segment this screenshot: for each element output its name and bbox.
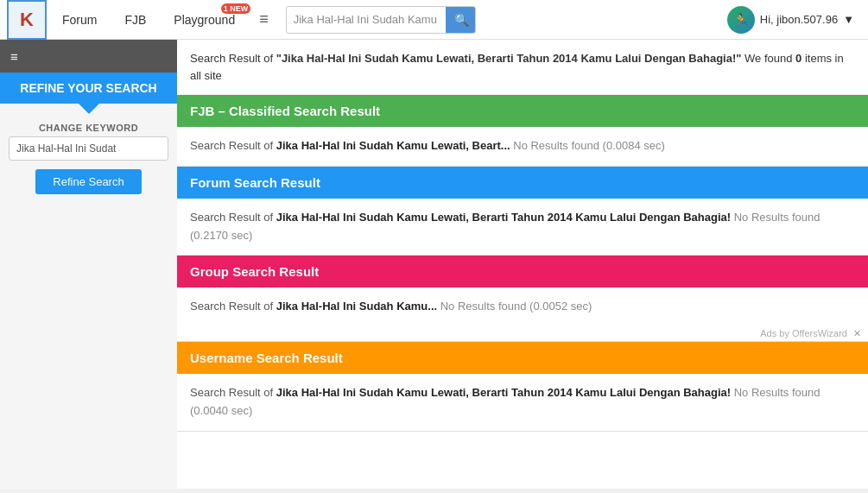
summary-middle: We found bbox=[741, 52, 795, 65]
group-section-header: Group Search Result bbox=[177, 256, 868, 288]
sidebar-toggle[interactable]: ≡ bbox=[0, 40, 177, 73]
hamburger-button[interactable]: ≡ bbox=[250, 0, 277, 40]
logo-text: K bbox=[20, 9, 34, 31]
site-logo[interactable]: K bbox=[7, 0, 47, 40]
forum-link[interactable]: Forum bbox=[50, 0, 109, 40]
change-keyword-label: CHANGE KEYWORD bbox=[0, 114, 177, 136]
top-navigation: K Forum FJB Playground 1 NEW ≡ 🔍 🏃 Hi, j… bbox=[0, 0, 868, 40]
username-section-header: Username Search Result bbox=[177, 342, 868, 374]
username-section-body: Search Result of Jika Hal-Hal Ini Sudah … bbox=[177, 374, 868, 431]
search-summary: Search Result of "Jika Hal-Hal Ini Sudah… bbox=[177, 40, 868, 95]
sidebar-toggle-icon: ≡ bbox=[10, 49, 18, 64]
ads-close-button[interactable]: ✕ bbox=[853, 328, 861, 338]
refine-search-button[interactable]: Refine Search bbox=[35, 169, 141, 194]
refine-arrow bbox=[79, 104, 99, 114]
playground-wrap: Playground 1 NEW bbox=[162, 0, 247, 40]
user-greeting: Hi, jibon.507.96 bbox=[760, 13, 838, 26]
search-bar: 🔍 bbox=[286, 6, 476, 34]
search-input[interactable] bbox=[287, 8, 446, 31]
ads-label: Ads by OffersWizard bbox=[760, 328, 847, 338]
user-info: 🏃 Hi, jibon.507.96 ▼ bbox=[720, 6, 861, 34]
forum-section-header: Forum Search Result bbox=[177, 167, 868, 199]
username-section: Username Search Result Search Result of … bbox=[177, 342, 868, 432]
group-section-body: Search Result of Jika Hal-Hal Ini Sudah … bbox=[177, 288, 868, 326]
refine-header: REFINE YOUR SEARCH bbox=[0, 73, 177, 104]
summary-prefix: Search Result of bbox=[190, 52, 276, 65]
forum-section-body: Search Result of Jika Hal-Hal Ini Sudah … bbox=[177, 199, 868, 256]
summary-keyword: "Jika Hal-Hal Ini Sudah Kamu Lewati, Ber… bbox=[276, 52, 742, 65]
keyword-input[interactable] bbox=[9, 136, 168, 161]
content-area: Search Result of "Jika Hal-Hal Ini Sudah… bbox=[177, 40, 868, 489]
ads-bar: Ads by OffersWizard ✕ bbox=[177, 326, 868, 341]
group-section: Group Search Result Search Result of Jik… bbox=[177, 256, 868, 342]
fjb-section-body: Search Result of Jika Hal-Hal Ini Sudah … bbox=[177, 127, 868, 166]
avatar: 🏃 bbox=[727, 6, 755, 34]
fjb-link[interactable]: FJB bbox=[112, 0, 158, 40]
forum-section: Forum Search Result Search Result of Jik… bbox=[177, 167, 868, 256]
fjb-section: FJB – Classified Search Result Search Re… bbox=[177, 95, 868, 167]
search-button[interactable]: 🔍 bbox=[446, 7, 476, 33]
sidebar: ≡ REFINE YOUR SEARCH CHANGE KEYWORD Refi… bbox=[0, 40, 177, 489]
user-dropdown-icon[interactable]: ▼ bbox=[843, 13, 854, 26]
fjb-section-header: FJB – Classified Search Result bbox=[177, 95, 868, 127]
new-badge: 1 NEW bbox=[221, 3, 251, 14]
main-layout: ≡ REFINE YOUR SEARCH CHANGE KEYWORD Refi… bbox=[0, 40, 868, 489]
